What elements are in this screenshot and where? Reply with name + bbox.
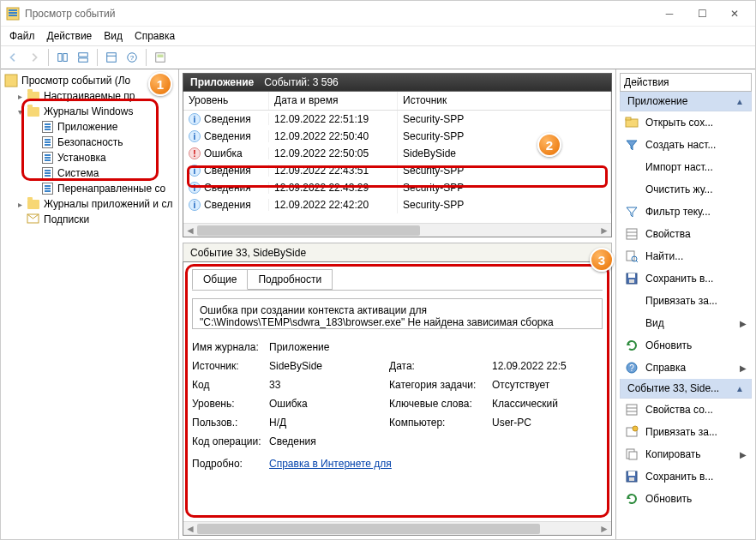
event-props: Имя журнала:ПриложениеИсточник:SideBySid… bbox=[192, 338, 603, 451]
app-icon bbox=[6, 7, 20, 21]
toolbar-btn-3[interactable] bbox=[102, 48, 121, 67]
toolbar: ? bbox=[1, 45, 755, 69]
svg-rect-2 bbox=[9, 12, 17, 14]
info-icon: i bbox=[189, 130, 201, 142]
actions-evt-item-0[interactable]: Свойства со... bbox=[620, 399, 752, 421]
svg-rect-7 bbox=[79, 58, 88, 62]
title-bar: Просмотр событий ─ ☐ ✕ bbox=[1, 1, 755, 27]
blank-icon bbox=[625, 294, 639, 308]
back-button[interactable] bbox=[4, 48, 23, 67]
actions-app-item-6[interactable]: Найти... bbox=[620, 245, 752, 267]
svg-rect-37 bbox=[628, 471, 635, 476]
tree-pane: Просмотр событий (Ло ▸ Настраиваемые пр … bbox=[1, 69, 179, 539]
detail-h-scrollbar[interactable]: ◄► bbox=[183, 521, 611, 535]
actions-app-item-4[interactable]: Фильтр теку... bbox=[620, 201, 752, 223]
actions-app-item-2[interactable]: Импорт наст... bbox=[620, 156, 752, 178]
actions-app-item-11[interactable]: ?Справка▶ bbox=[620, 357, 752, 379]
svg-rect-14 bbox=[5, 75, 17, 87]
svg-text:?: ? bbox=[130, 54, 135, 62]
actions-evt-item-2[interactable]: Копировать▶ bbox=[620, 443, 752, 465]
close-button[interactable]: ✕ bbox=[719, 3, 750, 24]
refresh-icon bbox=[625, 339, 639, 352]
actions-app-item-8[interactable]: Привязать за... bbox=[620, 290, 752, 312]
info-icon: i bbox=[189, 113, 201, 125]
menu-view[interactable]: Вид bbox=[99, 28, 128, 44]
events-header: Приложение Событий: 3 596 bbox=[183, 73, 612, 92]
window-title: Просмотр событий bbox=[25, 8, 115, 20]
menu-action[interactable]: Действие bbox=[42, 28, 98, 44]
col-level[interactable]: Уровень bbox=[183, 92, 269, 110]
annotation-marker-2: 2 bbox=[537, 133, 561, 157]
table-row[interactable]: iСведения12.09.2022 22:51:19Security-SPP bbox=[183, 111, 611, 128]
actions-section-event[interactable]: Событие 33, Side...▲ bbox=[620, 379, 752, 399]
tree-item-security[interactable]: Безопасность bbox=[3, 135, 178, 150]
table-row[interactable]: iСведения12.09.2022 22:43:51Security-SPP bbox=[183, 162, 611, 179]
toolbar-help-button[interactable]: ? bbox=[123, 48, 141, 67]
info-icon: i bbox=[189, 199, 201, 211]
actions-evt-item-4[interactable]: Обновить bbox=[620, 488, 752, 510]
detail-header: Событие 33, SideBySide × bbox=[183, 243, 612, 261]
svg-rect-6 bbox=[79, 53, 88, 57]
blank-icon bbox=[625, 160, 639, 174]
actions-app-item-5[interactable]: Свойства bbox=[620, 223, 752, 245]
detail-panel: Общие Подробности Ошибка при создании ко… bbox=[183, 261, 612, 536]
tree-item-forwarded[interactable]: Перенаправленные сo bbox=[3, 181, 178, 196]
actions-app-item-9[interactable]: Вид▶ bbox=[620, 312, 752, 334]
actions-title: Действия bbox=[620, 73, 752, 92]
svg-rect-25 bbox=[628, 273, 635, 278]
toolbar-btn-5[interactable] bbox=[151, 48, 170, 67]
actions-app-item-0[interactable]: Открыть сох... bbox=[620, 111, 752, 134]
maximize-button[interactable]: ☐ bbox=[687, 3, 717, 24]
column-headers[interactable]: Уровень Дата и время Источник bbox=[183, 92, 611, 111]
forward-button[interactable] bbox=[25, 48, 44, 67]
minimize-button[interactable]: ─ bbox=[654, 3, 685, 24]
actions-app-item-10[interactable]: Обновить bbox=[620, 334, 752, 357]
menu-file[interactable]: Файл bbox=[4, 28, 40, 44]
actions-evt-item-3[interactable]: Сохранить в... bbox=[620, 465, 752, 488]
filter-icon bbox=[625, 138, 639, 152]
menu-help[interactable]: Справка bbox=[129, 28, 180, 44]
svg-line-23 bbox=[636, 261, 638, 262]
copy-icon bbox=[625, 447, 639, 461]
h-scrollbar[interactable]: ◄► bbox=[183, 223, 611, 237]
svg-rect-35 bbox=[629, 452, 637, 459]
events-list[interactable]: Уровень Дата и время Источник iСведения1… bbox=[183, 92, 612, 237]
save-icon bbox=[625, 470, 639, 483]
tree-item-application[interactable]: Приложение bbox=[3, 119, 178, 135]
refresh-icon bbox=[625, 492, 639, 506]
toolbar-btn-1[interactable] bbox=[53, 48, 72, 67]
col-datetime[interactable]: Дата и время bbox=[269, 92, 398, 110]
tree-subscriptions[interactable]: Подписки bbox=[3, 212, 178, 227]
table-row[interactable]: iСведения12.09.2022 22:43:29Security-SPP bbox=[183, 179, 611, 196]
svg-rect-38 bbox=[629, 477, 634, 481]
event-message: Ошибка при создании контекста активации … bbox=[192, 298, 603, 329]
menu-bar: Файл Действие Вид Справка bbox=[1, 27, 755, 45]
actions-evt-item-1[interactable]: Привязать за... bbox=[620, 421, 752, 443]
help-icon: ? bbox=[625, 361, 639, 375]
actions-app-item-7[interactable]: Сохранить в... bbox=[620, 267, 752, 290]
save-icon bbox=[625, 272, 639, 285]
svg-text:?: ? bbox=[629, 363, 634, 373]
tree-app-logs[interactable]: ▸ Журналы приложений и сл bbox=[3, 196, 178, 212]
tree-item-setup[interactable]: Установка bbox=[3, 150, 178, 165]
filter2-icon bbox=[625, 205, 639, 219]
table-row[interactable]: iСведения12.09.2022 22:42:20Security-SPP bbox=[183, 196, 611, 213]
tab-details[interactable]: Подробности bbox=[247, 269, 333, 290]
actions-app-item-1[interactable]: Создать наст... bbox=[620, 134, 752, 156]
attach-icon bbox=[625, 425, 639, 439]
tree-windows-logs[interactable]: ▾ Журналы Windows bbox=[3, 104, 178, 119]
actions-pane: Действия Приложение▲ Открыть сох...Созда… bbox=[616, 69, 755, 539]
tab-general[interactable]: Общие bbox=[192, 269, 248, 290]
svg-rect-21 bbox=[627, 251, 634, 261]
svg-rect-18 bbox=[627, 229, 637, 239]
actions-section-app[interactable]: Приложение▲ bbox=[620, 92, 752, 111]
chevron-right-icon: ▶ bbox=[740, 319, 747, 328]
col-source[interactable]: Источник bbox=[398, 92, 611, 110]
chevron-right-icon: ▶ bbox=[740, 450, 747, 459]
actions-app-item-3[interactable]: Очистить жу... bbox=[620, 178, 752, 201]
find-icon bbox=[625, 249, 639, 263]
svg-rect-4 bbox=[58, 54, 62, 62]
help-link[interactable]: Справка в Интернете для bbox=[269, 458, 392, 470]
tree-item-system[interactable]: Система bbox=[3, 165, 178, 181]
toolbar-btn-2[interactable] bbox=[74, 48, 93, 67]
